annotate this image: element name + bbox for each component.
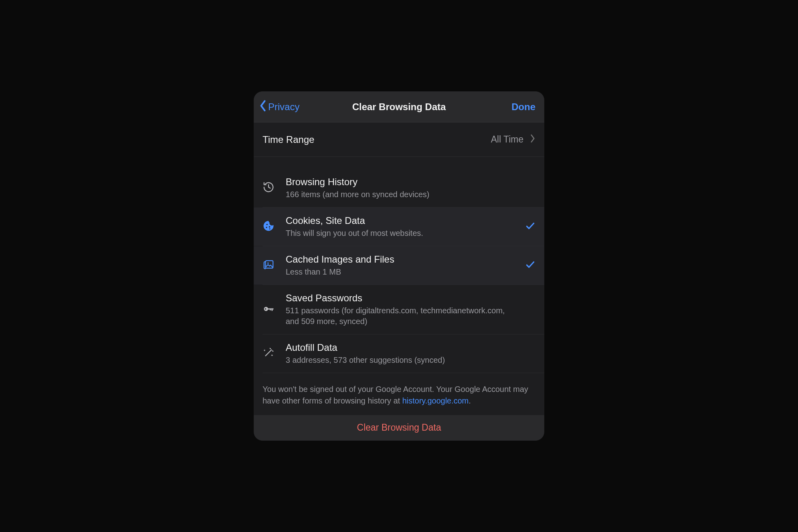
time-range-label: Time Range: [263, 134, 491, 145]
checkmark-icon: [525, 221, 535, 233]
option-cached-images-files[interactable]: Cached Images and Files Less than 1 MB: [254, 246, 544, 285]
time-range-value: All Time: [491, 134, 523, 145]
option-autofill-data[interactable]: Autofill Data 3 addresses, 573 other sug…: [254, 334, 544, 373]
option-title: Cached Images and Files: [286, 253, 519, 265]
option-subtitle: Less than 1 MB: [286, 267, 519, 277]
option-title: Autofill Data: [286, 342, 519, 354]
option-subtitle: This will sign you out of most websites.: [286, 228, 519, 239]
svg-point-0: [267, 224, 268, 225]
clear-browsing-data-sheet: Privacy Clear Browsing Data Done Time Ra…: [254, 91, 544, 441]
svg-point-2: [269, 226, 271, 228]
option-subtitle: 511 passwords (for digitaltrends.com, te…: [286, 305, 519, 327]
key-icon: [263, 303, 275, 316]
section-gap: [254, 157, 544, 169]
svg-point-1: [266, 227, 267, 228]
cache-icon: [263, 259, 275, 272]
option-title: Saved Passwords: [286, 292, 519, 304]
app-background: Privacy Clear Browsing Data Done Time Ra…: [0, 0, 798, 532]
navbar: Privacy Clear Browsing Data Done: [254, 91, 544, 123]
chevron-right-icon: [530, 134, 535, 145]
footer-text-after: .: [469, 396, 471, 405]
clear-browsing-data-button[interactable]: Clear Browsing Data: [254, 415, 544, 441]
option-title: Cookies, Site Data: [286, 215, 519, 227]
footer-text-before: You won't be signed out of your Google A…: [263, 385, 528, 405]
svg-point-3: [269, 228, 271, 229]
wand-icon: [263, 347, 275, 360]
option-cookies-site-data[interactable]: Cookies, Site Data This will sign you ou…: [254, 208, 544, 246]
svg-rect-9: [270, 308, 271, 310]
time-range-row[interactable]: Time Range All Time: [254, 123, 544, 157]
chevron-left-icon: [259, 100, 267, 114]
svg-rect-8: [272, 308, 273, 310]
option-subtitle: 3 addresses, 573 other suggestions (sync…: [286, 355, 519, 366]
checkmark-icon: [525, 259, 535, 271]
footer-note: You won't be signed out of your Google A…: [254, 373, 544, 415]
done-button[interactable]: Done: [512, 91, 535, 122]
option-saved-passwords[interactable]: Saved Passwords 511 passwords (for digit…: [254, 285, 544, 334]
svg-point-10: [265, 308, 266, 309]
option-subtitle: 166 items (and more on synced devices): [286, 189, 519, 200]
svg-point-5: [267, 263, 269, 264]
option-browsing-history[interactable]: Browsing History 166 items (and more on …: [254, 169, 544, 207]
history-icon: [263, 181, 275, 195]
back-label: Privacy: [268, 101, 300, 113]
option-title: Browsing History: [286, 176, 519, 188]
back-button[interactable]: Privacy: [259, 91, 300, 122]
cookie-icon: [263, 220, 275, 233]
history-link[interactable]: history.google.com: [402, 396, 468, 405]
page-title: Clear Browsing Data: [352, 101, 446, 113]
